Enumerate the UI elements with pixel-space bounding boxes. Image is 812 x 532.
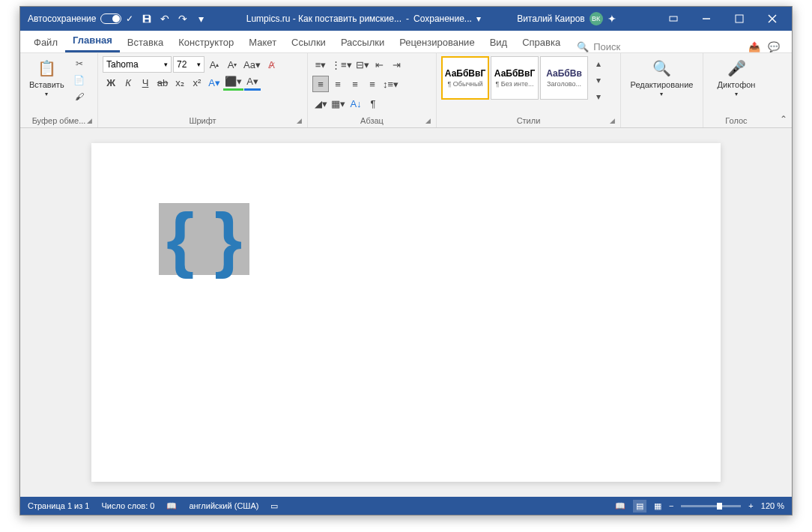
tab-layout[interactable]: Макет — [241, 32, 284, 52]
minimize-button[interactable] — [690, 7, 723, 31]
zoom-slider[interactable] — [681, 505, 741, 507]
chevron-down-icon: ▾ — [660, 91, 663, 97]
style-expand-icon[interactable]: ▾ — [591, 89, 606, 104]
avatar[interactable]: ВК — [590, 12, 603, 25]
macro-icon[interactable]: ▭ — [270, 501, 278, 511]
zoom-out-icon[interactable]: − — [669, 501, 673, 510]
group-voice: 🎤 Диктофон ▾ Голос — [703, 53, 769, 127]
borders-icon[interactable]: ▦▾ — [330, 95, 347, 112]
font-size-combo[interactable]: 72 ▾ — [173, 56, 204, 73]
bold-button[interactable]: Ж — [103, 74, 119, 91]
ribbon-mode-icon[interactable] — [657, 7, 690, 31]
underline-button[interactable]: Ч — [137, 74, 154, 91]
line-spacing-icon[interactable]: ↕≡▾ — [381, 76, 400, 92]
styles-dialog-launcher[interactable]: ◢ — [610, 117, 619, 126]
tab-file[interactable]: Файл — [26, 32, 65, 52]
ribbon-tabs: Файл Главная Вставка Конструктор Макет С… — [20, 31, 792, 53]
font-family-combo[interactable]: Tahoma ▾ — [103, 56, 172, 73]
tab-mailings[interactable]: Рассылки — [333, 32, 392, 52]
document-title: Lumpics.ru - Как поставить римские... — [246, 13, 402, 24]
bullets-icon[interactable]: ≡▾ — [312, 56, 329, 73]
collapse-ribbon-icon[interactable]: ⌃ — [780, 114, 787, 124]
tab-design[interactable]: Конструктор — [171, 32, 241, 52]
qat-customize-icon[interactable]: ▾ — [192, 10, 210, 28]
web-layout-icon[interactable]: ▦ — [654, 501, 661, 511]
zoom-in-icon[interactable]: + — [748, 501, 753, 510]
comments-icon[interactable]: 💬 — [768, 41, 780, 52]
font-dialog-launcher[interactable]: ◢ — [297, 117, 306, 126]
clipboard-icon: 📋 — [36, 58, 57, 79]
shrink-font-icon[interactable]: A▾ — [224, 56, 240, 73]
increase-indent-icon[interactable]: ⇥ — [389, 56, 405, 73]
align-right-icon[interactable]: ≡ — [347, 76, 363, 92]
format-painter-icon[interactable]: 🖌 — [72, 89, 87, 104]
user-name[interactable]: Виталий Каиров — [517, 13, 585, 24]
style-nospacing[interactable]: АаБбВвГ ¶ Без инте... — [491, 56, 539, 100]
editing-button[interactable]: 🔍 Редактирование ▾ — [626, 56, 698, 99]
style-normal[interactable]: АаБбВвГ ¶ Обычный — [441, 56, 489, 100]
clipboard-dialog-launcher[interactable]: ◢ — [87, 117, 96, 126]
shading-icon[interactable]: ◢▾ — [312, 95, 329, 112]
style-heading1[interactable]: АаБбВв Заголово... — [540, 56, 588, 100]
magic-icon[interactable]: ✦ — [603, 10, 621, 28]
svg-rect-0 — [670, 16, 677, 21]
read-mode-icon[interactable]: 📖 — [615, 501, 625, 511]
align-left-icon[interactable]: ≡ — [312, 76, 329, 92]
undo-icon[interactable]: ↶ — [156, 10, 174, 28]
status-words[interactable]: Число слов: 0 — [101, 501, 154, 510]
tab-references[interactable]: Ссылки — [284, 32, 333, 52]
tab-insert[interactable]: Вставка — [120, 32, 171, 52]
title-dropdown-icon[interactable]: ▾ — [476, 13, 481, 24]
maximize-button[interactable] — [723, 7, 756, 31]
share-icon[interactable]: 📤 — [748, 41, 760, 52]
align-center-icon[interactable]: ≡ — [330, 76, 346, 92]
autosave-toggle[interactable] — [100, 13, 121, 24]
grow-font-icon[interactable]: A▴ — [206, 56, 222, 73]
copy-icon[interactable]: 📄 — [72, 73, 87, 88]
paste-button[interactable]: 📋 Вставить ▾ — [25, 56, 69, 99]
text-effects-icon[interactable]: A▾ — [206, 74, 222, 91]
multilevel-icon[interactable]: ⊟▾ — [354, 56, 371, 73]
font-color-icon[interactable]: A▾ — [244, 74, 261, 91]
group-editing: 🔍 Редактирование ▾ — [621, 53, 703, 127]
justify-icon[interactable]: ≡ — [364, 76, 381, 92]
status-page[interactable]: Страница 1 из 1 — [28, 501, 89, 510]
title-center: Lumpics.ru - Как поставить римские... - … — [246, 13, 481, 24]
print-layout-icon[interactable]: ▤ — [633, 500, 646, 513]
save-icon[interactable] — [138, 10, 156, 28]
tab-help[interactable]: Справка — [515, 32, 568, 52]
subscript-button[interactable]: x₂ — [172, 74, 188, 91]
find-icon: 🔍 — [651, 58, 672, 79]
dictate-button[interactable]: 🎤 Диктофон ▾ — [713, 56, 760, 99]
close-button[interactable] — [756, 7, 789, 31]
strike-button[interactable]: ab — [154, 74, 171, 91]
group-clipboard: 📋 Вставить ▾ ✂ 📄 🖌 Буфер обме... ◢ — [20, 53, 98, 127]
show-marks-icon[interactable]: ¶ — [365, 95, 381, 112]
style-scroll-down-icon[interactable]: ▾ — [591, 73, 606, 88]
cut-icon[interactable]: ✂ — [72, 56, 87, 71]
decrease-indent-icon[interactable]: ⇤ — [372, 56, 388, 73]
field-code[interactable]: { } — [159, 203, 249, 275]
tab-review[interactable]: Рецензирование — [392, 32, 482, 52]
italic-button[interactable]: К — [120, 74, 136, 91]
numbering-icon[interactable]: ⋮≡▾ — [330, 56, 354, 73]
chevron-down-icon: ▾ — [45, 91, 48, 97]
sort-icon[interactable]: A↓ — [348, 95, 364, 112]
paragraph-dialog-launcher[interactable]: ◢ — [425, 117, 434, 126]
clear-formatting-icon[interactable]: A̷ — [264, 56, 280, 73]
styles-group-label: Стили — [441, 115, 616, 126]
style-scroll-up-icon[interactable]: ▴ — [591, 56, 606, 71]
chevron-down-icon: ▾ — [164, 61, 168, 68]
redo-icon[interactable]: ↷ — [174, 10, 192, 28]
spellcheck-icon[interactable]: 📖 — [166, 501, 177, 511]
tab-view[interactable]: Вид — [482, 32, 515, 52]
page[interactable]: { } — [91, 143, 721, 482]
highlight-icon[interactable]: ⬛▾ — [223, 74, 243, 91]
tab-home[interactable]: Главная — [65, 30, 120, 52]
status-language[interactable]: английский (США) — [189, 501, 258, 510]
chevron-down-icon: ▾ — [197, 61, 201, 68]
search-box[interactable]: 🔍 Поиск — [577, 41, 620, 52]
change-case-icon[interactable]: Aa▾ — [242, 56, 262, 73]
zoom-level[interactable]: 120 % — [761, 501, 784, 510]
superscript-button[interactable]: x² — [189, 74, 205, 91]
